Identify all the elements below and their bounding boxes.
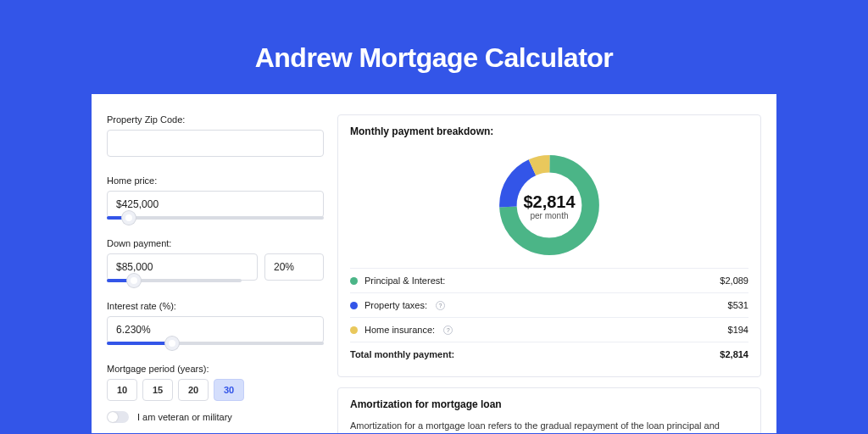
breakdown-row: Principal & Interest:$2,089	[350, 269, 748, 293]
interest-rate-input[interactable]	[107, 316, 324, 343]
green-dot-icon	[350, 277, 358, 285]
breakdown-row: Property taxes:?$531	[350, 293, 748, 318]
amortization-panel: Amortization for mortgage loan Amortizat…	[337, 387, 761, 433]
home-price-slider-thumb[interactable]	[122, 211, 136, 225]
info-icon[interactable]: ?	[443, 326, 453, 335]
interest-rate-slider-fill	[107, 342, 172, 345]
breakdown-item-label: Principal & Interest:	[364, 275, 445, 286]
breakdown-panel: Monthly payment breakdown: $2,814 per mo…	[337, 114, 761, 377]
down-payment-pct-input[interactable]	[264, 253, 324, 281]
home-price-group: Home price:	[107, 175, 324, 220]
interest-rate-slider-thumb[interactable]	[165, 337, 179, 350]
donut-center: $2,814 per month	[523, 192, 575, 220]
interest-rate-group: Interest rate (%):	[107, 301, 324, 345]
home-price-input[interactable]	[107, 191, 324, 218]
period-button-30[interactable]: 30	[214, 379, 244, 401]
zip-label: Property Zip Code:	[107, 114, 324, 125]
breakdown-item-label: Home insurance:	[364, 325, 435, 335]
breakdown-item-label: Property taxes:	[364, 300, 427, 310]
breakdown-item-value: $194	[728, 325, 748, 335]
period-buttons: 10152030	[107, 379, 324, 401]
breakdown-row: Home insurance:?$194	[350, 318, 748, 342]
period-button-10[interactable]: 10	[107, 379, 137, 401]
calculator-card: Property Zip Code: Home price: Down paym…	[92, 94, 776, 433]
amortization-text: Amortization for a mortgage loan refers …	[350, 419, 748, 433]
home-price-label: Home price:	[107, 175, 324, 186]
result-column: Monthly payment breakdown: $2,814 per mo…	[324, 114, 761, 433]
period-button-15[interactable]: 15	[142, 379, 173, 401]
donut-amount: $2,814	[523, 192, 575, 212]
zip-input[interactable]	[107, 130, 324, 157]
veteran-toggle[interactable]	[107, 411, 129, 423]
breakdown-title: Monthly payment breakdown:	[350, 125, 748, 146]
breakdown-item-value: $2,089	[720, 275, 748, 286]
period-label: Mortgage period (years):	[107, 364, 324, 374]
veteran-toggle-row: I am veteran or military	[107, 411, 324, 423]
veteran-toggle-knob	[108, 412, 118, 422]
form-column: Property Zip Code: Home price: Down paym…	[107, 114, 324, 433]
down-payment-slider[interactable]	[107, 279, 242, 282]
total-label: Total monthly payment:	[350, 349, 454, 359]
zip-group: Property Zip Code:	[107, 114, 324, 157]
period-button-20[interactable]: 20	[178, 379, 209, 401]
veteran-label: I am veteran or military	[137, 412, 232, 422]
page-title: Andrew Mortgage Calculator	[92, 0, 776, 94]
down-payment-label: Down payment:	[107, 238, 324, 248]
down-payment-group: Down payment:	[107, 238, 324, 282]
home-price-slider[interactable]	[107, 216, 324, 220]
total-value: $2,814	[720, 349, 748, 359]
info-icon[interactable]: ?	[436, 301, 445, 310]
amortization-title: Amortization for mortgage loan	[350, 398, 748, 419]
interest-rate-slider[interactable]	[107, 342, 324, 345]
blue-dot-icon	[350, 302, 358, 309]
donut-chart: $2,814 per month	[350, 146, 748, 268]
period-group: Mortgage period (years): 10152030	[107, 364, 324, 401]
line-items: Principal & Interest:$2,089Property taxe…	[350, 268, 748, 366]
yellow-dot-icon	[350, 326, 358, 334]
donut-sub: per month	[523, 211, 575, 220]
down-payment-slider-thumb[interactable]	[127, 274, 141, 287]
interest-rate-label: Interest rate (%):	[107, 301, 324, 311]
breakdown-item-value: $531	[728, 300, 748, 310]
breakdown-total-row: Total monthly payment:$2,814	[350, 342, 748, 366]
